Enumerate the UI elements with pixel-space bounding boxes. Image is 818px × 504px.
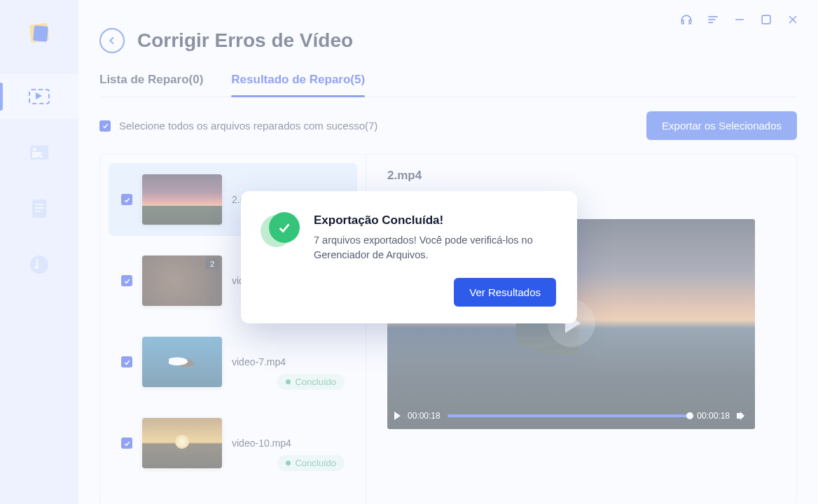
- dialog-title: Exportação Concluída!: [314, 214, 556, 227]
- view-results-button[interactable]: Ver Resultados: [454, 278, 556, 307]
- app-window: Corrigir Erros de Vídeo Lista de Reparo(…: [0, 0, 818, 504]
- export-complete-dialog: Exportação Concluída! 7 arquivos exporta…: [241, 191, 577, 323]
- modal-overlay[interactable]: Exportação Concluída! 7 arquivos exporta…: [0, 0, 818, 504]
- dialog-text: 7 arquivos exportados! Você pode verific…: [314, 233, 556, 262]
- success-icon: [261, 211, 300, 250]
